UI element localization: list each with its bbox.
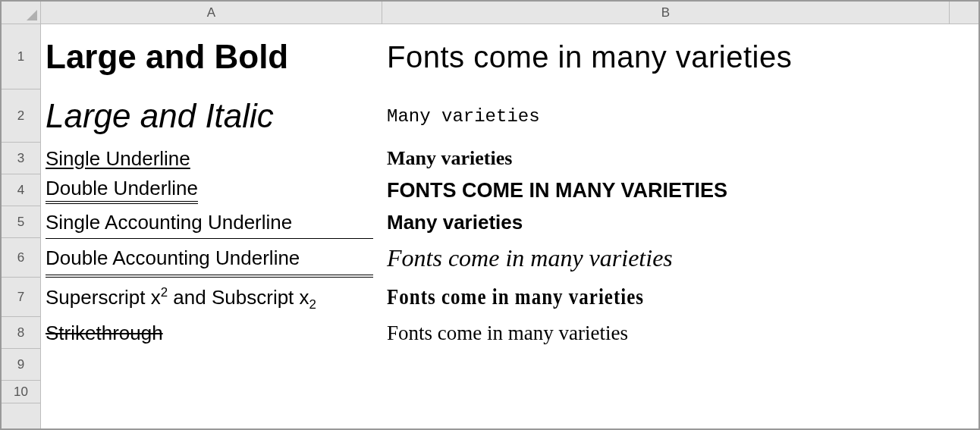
superscript: 2: [161, 285, 168, 300]
cell-text: Fonts come in many varieties: [387, 285, 644, 309]
row-header-10[interactable]: 10: [2, 381, 40, 403]
cell-A1[interactable]: Large and Bold: [41, 24, 382, 89]
cell-A6[interactable]: Double Accounting Underline: [41, 238, 382, 278]
cell-B3[interactable]: Many varieties: [382, 143, 978, 174]
column-header-A[interactable]: A: [41, 2, 382, 24]
cell-text: Large and Bold: [46, 38, 288, 76]
cell-text: Many varieties: [387, 211, 523, 234]
cells-area: Large and Bold Fonts come in many variet…: [41, 24, 978, 428]
cell-A2[interactable]: Large and Italic: [41, 89, 382, 143]
cell-A9[interactable]: [41, 349, 382, 381]
table-row: Large and Italic Many varieties: [41, 89, 978, 143]
select-all-corner[interactable]: [2, 2, 41, 24]
cell-text: Fonts come in many varieties: [387, 244, 673, 272]
row-header-column: 1 2 3 4 5 6 7 8 9 10: [2, 24, 41, 428]
cell-B4[interactable]: FONTS COME IN MANY VARIETIES: [382, 174, 978, 206]
worksheet-body: 1 2 3 4 5 6 7 8 9 10 Large and Bold Font…: [2, 24, 978, 428]
table-row: [41, 381, 978, 403]
cell-text: Single Accounting Underline: [46, 211, 292, 234]
text-run: Superscript x: [46, 286, 161, 309]
cell-B9[interactable]: [382, 349, 978, 381]
cell-text: Strikethrough: [46, 322, 163, 345]
cell-text: Superscript x2 and Subscript x2: [46, 286, 316, 309]
cell-B8[interactable]: Fonts come in many varieties: [382, 317, 978, 349]
cell-text: Double Underline: [46, 177, 198, 204]
row-header-6[interactable]: 6: [2, 238, 40, 278]
row-header-7[interactable]: 7: [2, 278, 40, 317]
row-header-9[interactable]: 9: [2, 349, 40, 381]
row-header-4[interactable]: 4: [2, 174, 40, 206]
cell-text: Fonts come in many varieties: [387, 40, 792, 74]
cell-text: Large and Italic: [46, 97, 274, 135]
cell-B1[interactable]: Fonts come in many varieties: [382, 24, 978, 89]
accounting-underline-double: Double Accounting Underline: [46, 246, 378, 270]
cell-A5[interactable]: Single Accounting Underline: [41, 206, 382, 238]
column-header-next[interactable]: [950, 2, 978, 24]
table-row: Double Underline FONTS COME IN MANY VARI…: [41, 174, 978, 206]
cell-B6[interactable]: Fonts come in many varieties: [382, 238, 978, 278]
cell-A8[interactable]: Strikethrough: [41, 317, 382, 349]
table-row: Double Accounting Underline Fonts come i…: [41, 238, 978, 278]
cell-A10[interactable]: [41, 381, 382, 403]
table-row: Large and Bold Fonts come in many variet…: [41, 24, 978, 89]
cell-B7[interactable]: Fonts come in many varieties: [382, 278, 978, 317]
cell-B5[interactable]: Many varieties: [382, 206, 978, 238]
cell-A7[interactable]: Superscript x2 and Subscript x2: [41, 278, 382, 317]
cell-text: Many varieties: [387, 106, 540, 127]
cell-B2[interactable]: Many varieties: [382, 89, 978, 143]
cell-text: Double Accounting Underline: [46, 246, 300, 269]
column-header-row: A B: [2, 2, 978, 24]
cell-text: Many varieties: [387, 147, 512, 170]
cell-B10[interactable]: [382, 381, 978, 403]
cell-A3[interactable]: Single Underline: [41, 143, 382, 174]
spreadsheet-window: A B 1 2 3 4 5 6 7 8 9 10 Large and Bold …: [0, 0, 980, 430]
cell-text: FONTS COME IN MANY VARIETIES: [387, 179, 727, 202]
table-row: [41, 349, 978, 381]
table-row: Superscript x2 and Subscript x2 Fonts co…: [41, 278, 978, 317]
subscript: 2: [309, 297, 316, 312]
table-row: Single Accounting Underline Many varieti…: [41, 206, 978, 238]
table-row: Strikethrough Fonts come in many varieti…: [41, 317, 978, 349]
row-header-8[interactable]: 8: [2, 317, 40, 349]
text-run: and Subscript x: [168, 286, 309, 309]
cell-A4[interactable]: Double Underline: [41, 174, 382, 206]
row-header-2[interactable]: 2: [2, 89, 40, 143]
table-row: Single Underline Many varieties: [41, 143, 978, 174]
row-header-3[interactable]: 3: [2, 143, 40, 174]
cell-text: Fonts come in many varieties: [387, 322, 628, 345]
row-header-5[interactable]: 5: [2, 206, 40, 238]
row-header-1[interactable]: 1: [2, 24, 40, 89]
column-header-B[interactable]: B: [382, 2, 950, 24]
accounting-underline-single: Single Accounting Underline: [46, 211, 378, 234]
cell-text: Single Underline: [46, 147, 190, 171]
